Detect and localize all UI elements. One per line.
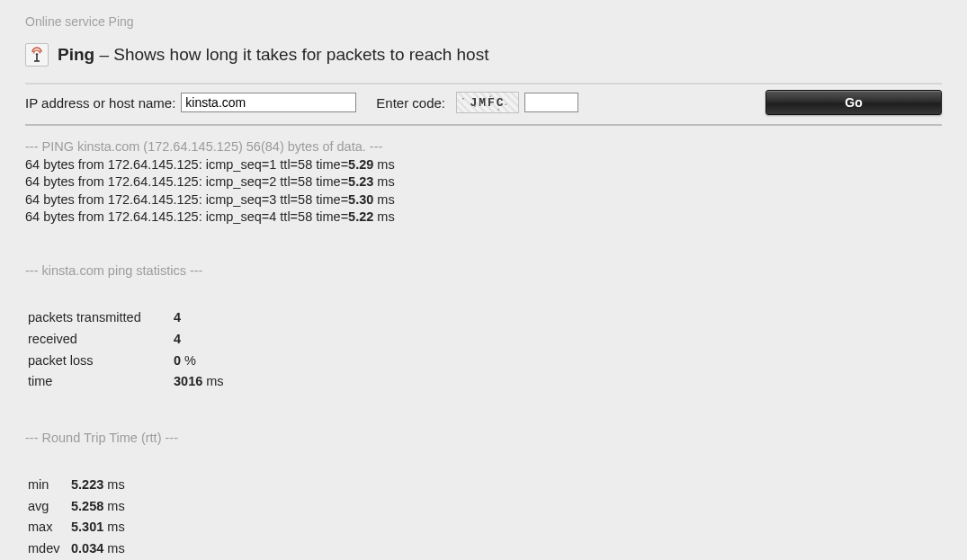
rtt-label: min <box>27 476 68 495</box>
stat-row: packet loss 0 % <box>27 351 225 371</box>
rtt-value: 5.258 <box>71 499 103 513</box>
stat-value: 4 <box>174 310 181 324</box>
stat-row: received 4 <box>27 330 225 350</box>
stat-label: received <box>27 330 171 350</box>
antenna-icon <box>25 43 49 67</box>
stat-label: packets transmitted <box>27 308 171 328</box>
rtt-row: avg 5.258 ms <box>27 497 126 517</box>
rtt-header: --- Round Trip Time (rtt) --- <box>25 430 942 448</box>
rtt-value-cell: 0.034 ms <box>70 539 126 559</box>
host-label: IP address or host name: <box>25 95 175 111</box>
stat-row: packets transmitted 4 <box>27 308 225 328</box>
title-dash: – <box>94 45 113 64</box>
code-label: Enter code: <box>376 95 445 111</box>
stat-row: time 3016 ms <box>27 372 225 392</box>
page: Online service Ping Ping – Shows how lon… <box>0 0 967 560</box>
stat-value: 3016 <box>174 374 202 388</box>
stat-label: packet loss <box>27 351 171 371</box>
rtt-table: min 5.223 ms avg 5.258 ms max 5.301 ms m… <box>25 474 128 560</box>
title-desc: Shows how long it takes for packets to r… <box>113 45 488 64</box>
rtt-value: 5.223 <box>71 477 103 492</box>
stat-value: 0 <box>174 353 181 368</box>
rtt-value-cell: 5.223 ms <box>70 476 126 495</box>
ping-header-line: --- PING kinsta.com (172.64.145.125) 56(… <box>25 138 942 156</box>
page-title: Ping – Shows how long it takes for packe… <box>58 45 488 65</box>
reply-lines: 64 bytes from 172.64.145.125: icmp_seq=1… <box>25 156 942 227</box>
reply-line: 64 bytes from 172.64.145.125: icmp_seq=1… <box>25 156 942 174</box>
rtt-value: 5.301 <box>71 520 103 534</box>
rtt-row: max 5.301 ms <box>27 518 126 538</box>
stat-value-cell: 3016 ms <box>173 372 225 392</box>
reply-line: 64 bytes from 172.64.145.125: icmp_seq=2… <box>25 173 942 191</box>
captcha-text: JMFC <box>470 96 505 110</box>
stat-value: 4 <box>174 332 181 346</box>
stats-header: --- kinsta.com ping statistics --- <box>25 262 942 280</box>
svg-point-0 <box>36 53 38 55</box>
stat-value-cell: 4 <box>173 308 225 328</box>
rtt-value-cell: 5.301 ms <box>70 518 126 538</box>
input-bar: IP address or host name: Enter code: JMF… <box>25 83 942 126</box>
results-block: --- PING kinsta.com (172.64.145.125) 56(… <box>25 138 942 560</box>
stat-value-cell: 0 % <box>173 351 225 371</box>
rtt-value: 0.034 <box>71 541 103 556</box>
rtt-row: mdev 0.034 ms <box>27 539 126 559</box>
code-input[interactable] <box>524 93 578 112</box>
breadcrumb: Online service Ping <box>25 14 942 29</box>
rtt-label: mdev <box>27 539 68 559</box>
reply-line: 64 bytes from 172.64.145.125: icmp_seq=4… <box>25 209 942 227</box>
captcha-image: JMFC <box>456 92 519 113</box>
title-row: Ping – Shows how long it takes for packe… <box>25 43 942 67</box>
rtt-label: max <box>27 518 68 538</box>
rtt-value-cell: 5.258 ms <box>70 497 126 517</box>
go-button[interactable]: Go <box>766 90 942 115</box>
rtt-row: min 5.223 ms <box>27 476 126 495</box>
host-input[interactable] <box>181 93 356 112</box>
stat-label: time <box>27 372 171 392</box>
stats-table: packets transmitted 4 received 4 packet … <box>25 307 227 393</box>
stat-value-cell: 4 <box>173 330 225 350</box>
reply-line: 64 bytes from 172.64.145.125: icmp_seq=3… <box>25 191 942 209</box>
title-name: Ping <box>58 45 94 64</box>
rtt-label: avg <box>27 497 68 517</box>
